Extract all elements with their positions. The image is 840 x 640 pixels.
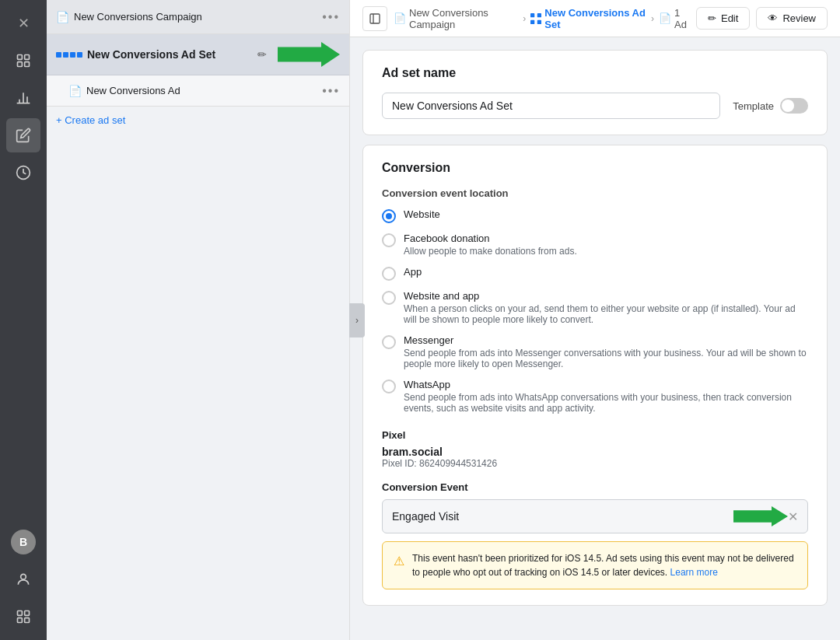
close-icon[interactable]: ✕	[6, 6, 40, 40]
conversion-card: Conversion Conversion event location Web…	[362, 145, 828, 606]
pencil-icon[interactable]	[6, 118, 40, 152]
radio-whatsapp[interactable]	[382, 379, 396, 393]
breadcrumb-ad-icon: 📄	[659, 12, 671, 24]
edit-button-icon: ✏	[708, 12, 716, 24]
campaign-row[interactable]: 📄 New Conversions Campaign •••	[47, 0, 349, 34]
clock-icon[interactable]	[6, 156, 40, 190]
conv-event-label: Conversion Event	[382, 481, 808, 493]
conv-event-close-button[interactable]: ✕	[788, 509, 798, 524]
radio-item-website-and-app[interactable]: Website and app When a person clicks on …	[382, 290, 808, 325]
warning-icon: ⚠	[394, 552, 404, 579]
adset-grid-icon	[56, 52, 82, 58]
radio-app[interactable]	[382, 267, 396, 281]
radio-item-website[interactable]: Website	[382, 208, 808, 223]
campaign-name: New Conversions Campaign	[74, 11, 317, 23]
svg-rect-12	[18, 618, 23, 623]
radio-messenger[interactable]	[382, 335, 396, 349]
ad-menu-button[interactable]: •••	[322, 84, 340, 98]
campaign-menu-button[interactable]: •••	[322, 10, 340, 24]
review-button[interactable]: 👁 Review	[756, 7, 828, 30]
template-toggle-group: Template	[733, 98, 808, 114]
sidebar-toggle-button[interactable]	[362, 6, 387, 31]
adset-edit-icon[interactable]: ✏	[257, 48, 267, 61]
svg-rect-18	[530, 19, 534, 23]
ad-file-icon: 📄	[68, 85, 82, 97]
breadcrumb-adset-icon	[530, 13, 541, 24]
breadcrumb-campaign-icon: 📄	[394, 12, 406, 24]
adset-name-label: New Conversions Ad Set	[87, 48, 250, 61]
ad-row[interactable]: 📄 New Conversions Ad •••	[47, 75, 349, 107]
radio-website-label: Website	[404, 208, 440, 220]
avatar[interactable]: B	[6, 525, 40, 559]
radio-facebook-donation[interactable]	[382, 233, 396, 247]
ad-name-label: New Conversions Ad	[86, 85, 317, 96]
radio-item-messenger[interactable]: Messenger Send people from ads into Mess…	[382, 334, 808, 369]
svg-rect-13	[25, 618, 30, 623]
edit-button-label: Edit	[721, 12, 738, 24]
radio-facebook-donation-desc: Allow people to make donations from ads.	[404, 246, 577, 257]
conversion-subsection-title: Conversion event location	[382, 187, 808, 199]
create-adset-label: + Create ad set	[56, 114, 125, 126]
panel-collapse-button[interactable]: ›	[349, 303, 365, 337]
adset-row[interactable]: New Conversions Ad Set ✏	[47, 34, 349, 75]
apps-icon[interactable]	[6, 600, 40, 634]
campaign-file-icon: 📄	[56, 11, 69, 23]
review-button-icon: 👁	[768, 12, 778, 24]
create-adset-button[interactable]: + Create ad set	[47, 107, 349, 134]
review-button-label: Review	[782, 12, 816, 24]
breadcrumb-campaign[interactable]: 📄 New Conversions Campaign	[394, 7, 518, 30]
breadcrumb: 📄 New Conversions Campaign › New Convers…	[394, 7, 690, 30]
chart-icon[interactable]	[6, 81, 40, 115]
breadcrumb-adset[interactable]: New Conversions Ad Set	[530, 7, 646, 30]
conversion-location-options: Website Facebook donation Allow people t…	[382, 208, 808, 414]
radio-website-and-app-desc: When a person clicks on your ad, send th…	[404, 303, 808, 325]
pixel-name: bram.social	[382, 446, 808, 458]
pixel-label: Pixel	[382, 429, 808, 441]
breadcrumb-adset-name: New Conversions Ad Set	[544, 7, 646, 30]
radio-website[interactable]	[382, 209, 396, 223]
radio-whatsapp-desc: Send people from ads into WhatsApp conve…	[404, 392, 808, 414]
top-bar-actions: ✏ Edit 👁 Review	[696, 7, 828, 30]
svg-rect-17	[537, 13, 541, 17]
adset-name-card-title: Ad set name	[382, 66, 808, 80]
breadcrumb-campaign-name: New Conversions Campaign	[409, 7, 518, 30]
adset-name-card: Ad set name Template	[362, 50, 828, 135]
radio-item-app[interactable]: App	[382, 266, 808, 281]
left-panel: 📄 New Conversions Campaign ••• New Conve…	[47, 0, 350, 640]
warning-box: ⚠ This event hasn't been prioritized for…	[382, 541, 808, 589]
home-icon[interactable]	[6, 44, 40, 78]
radio-item-whatsapp[interactable]: WhatsApp Send people from ads into Whats…	[382, 379, 808, 414]
conv-event-value: Engaged Visit	[392, 510, 727, 523]
svg-rect-10	[18, 611, 23, 616]
svg-rect-11	[25, 611, 30, 616]
radio-messenger-label: Messenger	[404, 334, 808, 346]
radio-item-facebook-donation[interactable]: Facebook donation Allow people to make d…	[382, 233, 808, 257]
main-content: 📄 New Conversions Campaign › New Convers…	[350, 0, 840, 640]
edit-button[interactable]: ✏ Edit	[696, 7, 750, 30]
svg-rect-14	[370, 14, 380, 23]
breadcrumb-sep-1: ›	[523, 13, 526, 24]
adset-name-input[interactable]	[382, 93, 720, 119]
radio-messenger-desc: Send people from ads into Messenger conv…	[404, 348, 808, 369]
content-area: Ad set name Template Conversion Conversi…	[350, 37, 840, 618]
svg-rect-16	[530, 13, 534, 17]
radio-website-and-app[interactable]	[382, 291, 396, 305]
adset-name-section: Template	[382, 93, 808, 119]
template-toggle-switch[interactable]	[780, 98, 808, 114]
audience-icon[interactable]	[6, 562, 40, 596]
breadcrumb-sep-2: ›	[651, 13, 654, 24]
svg-rect-19	[537, 19, 541, 23]
conv-event-green-arrow	[733, 506, 788, 526]
learn-more-link[interactable]: Learn more	[670, 567, 718, 578]
pixel-section: Pixel bram.social Pixel ID: 862409944531…	[382, 429, 808, 469]
green-arrow-indicator	[278, 42, 340, 67]
breadcrumb-ad-name: 1 Ad	[674, 7, 690, 30]
svg-rect-0	[18, 55, 23, 60]
pixel-id: Pixel ID: 862409944531426	[382, 458, 808, 469]
breadcrumb-ad[interactable]: 📄 1 Ad	[659, 7, 690, 30]
conv-event-input[interactable]: Engaged Visit ✕	[382, 499, 808, 533]
radio-whatsapp-label: WhatsApp	[404, 379, 808, 390]
svg-rect-3	[25, 62, 30, 67]
radio-facebook-donation-label: Facebook donation	[404, 233, 577, 244]
svg-rect-1	[25, 55, 30, 60]
